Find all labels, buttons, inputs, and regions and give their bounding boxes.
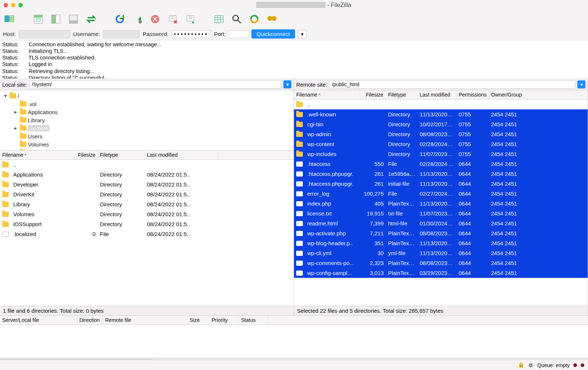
password-input[interactable] <box>171 30 211 38</box>
local-path-dropdown[interactable]: ▾ <box>283 80 291 88</box>
list-item[interactable]: wp-activate.php 7,211 PlainTextT.. 08/08… <box>294 228 588 238</box>
sync-browse-icon[interactable] <box>85 12 98 26</box>
host-input[interactable] <box>19 30 70 38</box>
col-owner[interactable]: Owner/Group <box>489 90 526 99</box>
list-item[interactable]: Library Directory 08/24/2022 01:5.. <box>0 199 294 209</box>
svg-rect-1 <box>10 16 14 22</box>
svg-rect-5 <box>56 15 60 23</box>
titlebar: ████████████████ - FileZilla <box>0 0 588 10</box>
quickconnect-button[interactable]: Quickconnect <box>251 29 295 39</box>
list-item[interactable]: Applications Directory 08/24/2022 01:5.. <box>0 170 294 179</box>
disconnect-icon[interactable] <box>166 12 179 26</box>
remote-path-dropdown[interactable]: ▾ <box>577 80 585 88</box>
svg-rect-17 <box>519 365 523 367</box>
search-icon[interactable] <box>230 12 243 26</box>
list-item[interactable]: wp-blog-header.p.. 351 PlainTextT.. 11/1… <box>294 238 588 248</box>
queue-body[interactable] <box>0 325 588 358</box>
col-modified[interactable]: Last modified <box>145 150 218 159</box>
remote-columns[interactable]: Filename Filesize Filetype Last modified… <box>294 90 588 99</box>
compare-icon[interactable] <box>248 12 261 26</box>
col-filetype[interactable]: Filetype <box>386 90 417 99</box>
local-site-label: Local site: <box>2 81 27 88</box>
list-item[interactable]: .htaccess 550 File 02/28/2024 ... 0644 2… <box>294 159 588 169</box>
list-item[interactable]: error_log 100,275 File 02/27/2024 1... 0… <box>294 189 588 199</box>
local-status: 1 file and 6 directories. Total size: 0 … <box>0 306 294 315</box>
minimize-window[interactable] <box>11 3 15 7</box>
qcol-direction[interactable]: Direction <box>77 316 103 324</box>
list-item[interactable]: .htaccess.phpupgr. 261 1e5956a3... 11/13… <box>294 169 588 179</box>
tree-item[interactable]: .vol <box>0 100 294 108</box>
list-item[interactable]: wp-content Directory 02/28/2024 1.. 0755… <box>294 139 588 149</box>
list-item[interactable]: wp-config-sampl... 3,013 PlainTextT.. 03… <box>294 268 588 278</box>
toggle-tree-icon[interactable] <box>49 12 62 26</box>
close-window[interactable] <box>4 3 8 7</box>
list-item[interactable]: wp-cli.yml 30 yml-file 11/13/2020 0... 0… <box>294 248 588 258</box>
list-item[interactable]: wp-includes Directory 11/07/2023 1... 07… <box>294 149 588 159</box>
list-item[interactable]: .htaccess.phpupgr. 261 initial-file 11/1… <box>294 179 588 189</box>
host-label: Host: <box>3 31 16 37</box>
list-item[interactable]: cgi-bin Directory 10/02/2017 2... 0755 2… <box>294 119 588 129</box>
list-item[interactable]: DriverKit Directory 08/24/2022 01:5.. <box>0 189 294 199</box>
qcol-status[interactable]: Status <box>239 316 268 324</box>
col-filesize[interactable]: Filesize <box>360 90 386 99</box>
qcol-priority[interactable]: Priority <box>209 316 239 324</box>
col-filesize[interactable]: Filesize <box>76 150 98 159</box>
list-item[interactable]: Developer Directory 08/24/2022 01:5.. <box>0 179 294 189</box>
remote-pane: Remote site: ▾ Filename Filesize Filetyp… <box>294 79 588 315</box>
tree-item[interactable]: Volumes <box>0 140 294 148</box>
process-queue-icon[interactable] <box>131 12 144 26</box>
list-item[interactable]: Volumes Directory 08/24/2022 01:5.. <box>0 209 294 219</box>
list-item[interactable]: readme.html 7,399 html-file 01/30/2024 1… <box>294 218 588 228</box>
site-manager-icon[interactable] <box>3 12 16 26</box>
find-icon[interactable] <box>265 12 279 26</box>
list-item[interactable]: .well-known Directory 11/13/2020 15.. 07… <box>294 109 588 119</box>
refresh-icon[interactable] <box>113 12 126 26</box>
gear-icon[interactable] <box>528 362 534 368</box>
list-item[interactable]: index.php 405 PlainTextT.. 11/13/2020 0.… <box>294 199 588 208</box>
local-tree[interactable]: ▾/ .vol ▸Applications Library ▸System Us… <box>0 90 294 150</box>
svg-rect-0 <box>5 16 9 22</box>
list-item[interactable]: wp-comments-po... 2,323 PlainTextT.. 08/… <box>294 258 588 268</box>
queue-status: Queue: empty <box>537 362 570 368</box>
local-columns[interactable]: Filename Filesize Filetype Last modified <box>0 150 294 160</box>
zoom-window[interactable] <box>18 3 23 7</box>
qcol-server[interactable]: Server/Local file <box>0 316 77 324</box>
port-label: Port: <box>214 31 226 37</box>
tree-item[interactable]: Users <box>0 132 294 140</box>
tree-item[interactable]: ▸Applications <box>0 108 294 116</box>
local-path-input[interactable] <box>29 80 281 88</box>
list-item[interactable]: .. <box>294 99 588 109</box>
list-item[interactable]: .localized 0 File 08/24/2022 01:5.. <box>0 229 294 239</box>
toggle-log-icon[interactable] <box>32 12 45 26</box>
svg-rect-12 <box>215 16 223 23</box>
quickconnect-dropdown[interactable]: ▾ <box>298 30 307 39</box>
list-item[interactable]: license.txt 19,915 txt-file 11/07/2023 1… <box>294 208 588 218</box>
col-modified[interactable]: Last modified <box>417 90 456 99</box>
activity-led-2 <box>581 363 584 367</box>
svg-rect-16 <box>271 18 273 19</box>
col-filename[interactable]: Filename <box>0 150 76 159</box>
col-filetype[interactable]: Filetype <box>98 150 145 159</box>
message-log[interactable]: Status: Connection established, waiting … <box>0 40 588 79</box>
tree-item[interactable]: ▾/ <box>0 92 294 100</box>
qcol-size[interactable]: Size <box>187 316 209 324</box>
col-filename[interactable]: Filename <box>294 90 360 99</box>
tree-item[interactable]: Library <box>0 116 294 124</box>
username-input[interactable] <box>103 30 140 38</box>
list-item[interactable]: wp-admin Directory 08/08/2023 1.. 0755 2… <box>294 129 588 139</box>
list-item[interactable]: .. <box>0 160 294 170</box>
list-item[interactable]: iOSSupport Directory 08/24/2022 01:5.. <box>0 219 294 229</box>
remote-path-input[interactable] <box>329 80 575 88</box>
password-label: Password: <box>143 31 168 37</box>
status-bar: Queue: empty <box>0 360 588 370</box>
port-input[interactable] <box>229 30 248 38</box>
tree-item[interactable]: ▸System <box>0 124 294 132</box>
qcol-remote[interactable]: Remote file <box>103 316 187 324</box>
cancel-icon[interactable] <box>148 12 162 26</box>
filter-icon[interactable] <box>212 12 226 26</box>
toggle-queue-icon[interactable] <box>67 12 80 26</box>
col-permissions[interactable]: Permissions <box>456 90 489 99</box>
reconnect-icon[interactable] <box>184 12 197 26</box>
local-file-list[interactable]: .. Applications Directory 08/24/2022 01:… <box>0 160 294 306</box>
remote-file-list[interactable]: .. .well-known Directory 11/13/2020 15..… <box>294 99 588 306</box>
